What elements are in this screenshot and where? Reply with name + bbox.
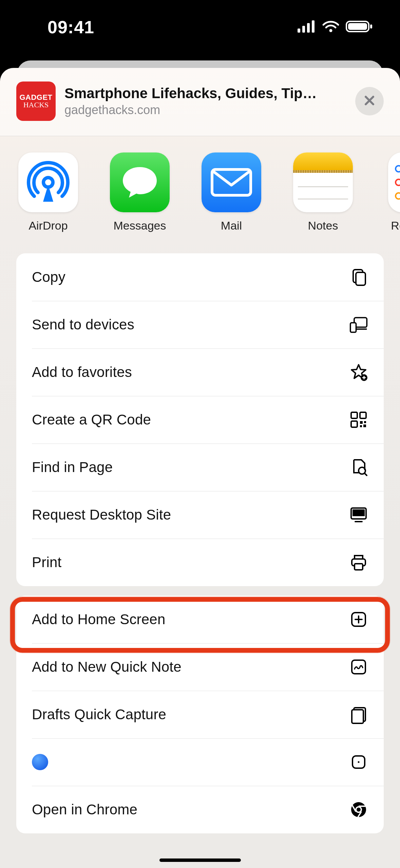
share-target-label: Notes (308, 219, 338, 232)
desktop-icon (349, 505, 368, 524)
drafts-icon (349, 705, 368, 724)
action-open-in-chrome[interactable]: Open in Chrome (16, 786, 384, 833)
plus-box-icon (349, 610, 368, 629)
blue-dot-icon (32, 754, 48, 770)
svg-rect-6 (348, 23, 367, 30)
svg-rect-24 (364, 421, 366, 423)
messages-icon (110, 152, 170, 212)
close-icon (363, 94, 376, 108)
svg-rect-0 (298, 29, 300, 33)
page-title: Smartphone Lifehacks, Guides, Tips, Tric… (64, 85, 322, 102)
action-label: Request Desktop Site (32, 507, 171, 523)
action-request-desktop-site[interactable]: Request Desktop Site (16, 491, 384, 539)
action-drafts-quick-capture[interactable]: Drafts Quick Capture (16, 691, 384, 738)
status-bar: 09:41 (0, 0, 400, 54)
svg-line-28 (365, 473, 367, 475)
svg-point-44 (357, 808, 361, 812)
svg-rect-22 (351, 421, 357, 427)
chrome-icon (349, 800, 368, 819)
wifi-icon (322, 20, 340, 34)
action-label: Add to New Quick Note (32, 659, 182, 675)
action-label: Open in Chrome (32, 801, 137, 818)
share-target-messages[interactable]: Messages (110, 152, 170, 232)
svg-rect-33 (355, 564, 363, 570)
qr-icon (349, 410, 368, 429)
action-label: Find in Page (32, 459, 113, 475)
share-sheet: GADGET HACKS Smartphone Lifehacks, Guide… (0, 68, 400, 868)
svg-point-4 (329, 29, 332, 32)
site-favicon: GADGET HACKS (16, 82, 56, 121)
share-target-airdrop[interactable]: AirDrop (18, 152, 78, 232)
action-send-to-devices[interactable]: Send to devices (16, 301, 384, 348)
action-print[interactable]: Print (16, 539, 384, 586)
share-target-reminders[interactable]: Re (385, 152, 400, 232)
action-blank-dot[interactable] (16, 738, 384, 786)
cellular-icon (298, 20, 316, 34)
actions-group-2: Add to Home Screen Add to New Quick Note… (16, 596, 384, 833)
share-targets-row[interactable]: AirDrop Messages Mail (0, 136, 400, 247)
status-icons (298, 20, 373, 34)
action-add-to-favorites[interactable]: Add to favorites (16, 348, 384, 396)
status-time: 09:41 (47, 17, 94, 37)
svg-rect-23 (360, 421, 363, 424)
copy-icon (349, 268, 368, 287)
action-add-to-home-screen[interactable]: Add to Home Screen (16, 596, 384, 643)
share-target-notes[interactable]: Notes (293, 152, 353, 232)
share-target-label: Re (391, 219, 400, 232)
page-url: gadgethacks.com (64, 103, 348, 117)
svg-rect-21 (360, 412, 366, 418)
action-create-qr-code[interactable]: Create a QR Code (16, 396, 384, 444)
svg-rect-7 (370, 24, 372, 29)
svg-rect-2 (307, 23, 310, 33)
svg-point-41 (358, 761, 360, 763)
action-label: Add to favorites (32, 364, 132, 380)
svg-rect-26 (363, 424, 366, 427)
dot-box-icon (349, 753, 368, 772)
svg-rect-20 (351, 412, 357, 418)
action-label: Create a QR Code (32, 412, 151, 428)
action-label: Send to devices (32, 317, 134, 333)
close-button[interactable] (355, 87, 384, 115)
action-label: Copy (32, 269, 65, 285)
svg-rect-25 (360, 425, 362, 427)
svg-rect-39 (352, 710, 363, 723)
svg-rect-13 (356, 272, 365, 285)
airdrop-icon (18, 152, 78, 212)
actions-group-1: Copy Send to devices Add to favorites Cr… (16, 253, 384, 586)
svg-rect-30 (353, 509, 365, 516)
find-page-icon (349, 458, 368, 477)
action-label: Drafts Quick Capture (32, 706, 166, 723)
svg-rect-3 (312, 20, 315, 33)
notes-icon (293, 152, 353, 212)
devices-icon (349, 315, 368, 334)
action-label: Print (32, 554, 61, 571)
battery-icon (346, 20, 373, 34)
home-indicator (159, 858, 241, 862)
action-find-in-page[interactable]: Find in Page (16, 444, 384, 491)
share-target-label: Messages (114, 219, 166, 232)
svg-rect-1 (302, 26, 305, 33)
action-add-to-quick-note[interactable]: Add to New Quick Note (16, 643, 384, 691)
quicknote-icon (349, 657, 368, 676)
reminders-icon (388, 152, 400, 212)
share-target-mail[interactable]: Mail (202, 152, 261, 232)
mail-icon (202, 152, 261, 212)
share-target-label: AirDrop (28, 219, 68, 232)
svg-rect-16 (350, 323, 356, 332)
action-label: Add to Home Screen (32, 611, 165, 628)
star-plus-icon (349, 363, 368, 382)
sheet-header: GADGET HACKS Smartphone Lifehacks, Guide… (0, 68, 400, 136)
svg-rect-37 (352, 660, 365, 674)
print-icon (349, 553, 368, 572)
action-copy[interactable]: Copy (16, 253, 384, 301)
share-target-label: Mail (221, 219, 242, 232)
